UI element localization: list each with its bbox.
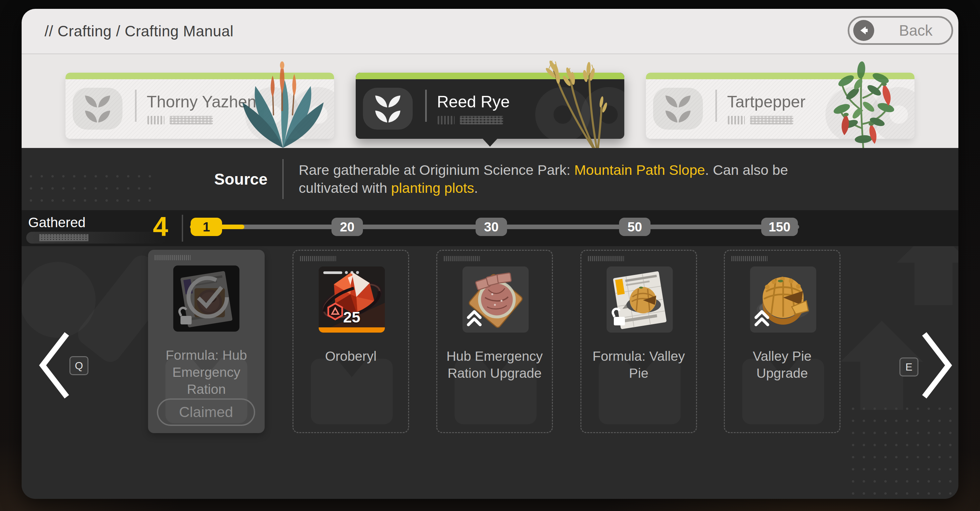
milestone-pill-150: 150 bbox=[761, 218, 798, 236]
crafting-manual-panel: // Crafting / Crafting Manual Back bbox=[22, 9, 958, 499]
pie-item-icon bbox=[750, 267, 816, 333]
key-hint-e: E bbox=[899, 357, 918, 376]
gathered-count: 4 bbox=[145, 211, 176, 243]
tab-code-decoration bbox=[147, 116, 164, 124]
tab-code-decoration bbox=[170, 116, 213, 124]
tab-label: Thorny Yazhen bbox=[147, 92, 256, 111]
tab-tartpepper[interactable]: Tartpepper bbox=[646, 73, 915, 139]
tab-code-decoration bbox=[728, 116, 745, 124]
tab-thorny-yazhen[interactable]: Thorny Yazhen bbox=[65, 73, 334, 139]
upgrade-chevrons-icon bbox=[753, 309, 770, 328]
formula-pie-item-icon bbox=[607, 267, 673, 333]
next-page-arrow-button[interactable] bbox=[920, 330, 955, 401]
reward-name: Oroberyl bbox=[297, 348, 405, 365]
breadcrumb-text: // Crafting / Crafting Manual bbox=[45, 22, 234, 40]
dot-grid-decoration bbox=[25, 170, 154, 210]
source-section: Source Rare gatherable at Originium Scie… bbox=[22, 148, 958, 210]
breadcrumb: // Crafting / Crafting Manual bbox=[40, 22, 234, 40]
tab-label: Reed Rye bbox=[437, 92, 510, 111]
reward-name: Formula: Hub Emergency Ration bbox=[151, 347, 261, 398]
source-text-segment: Rare gatherable at Originium Science Par… bbox=[299, 162, 574, 178]
claimed-button[interactable]: Claimed bbox=[157, 398, 255, 426]
formula-ration-item-icon bbox=[173, 265, 239, 332]
tab-divider bbox=[425, 90, 427, 122]
tab-green-bar bbox=[65, 73, 334, 79]
key-hint-q: Q bbox=[70, 356, 88, 375]
card-code-decoration bbox=[588, 256, 624, 261]
milestone-pill-30: 30 bbox=[476, 218, 507, 236]
reward-name: Formula: Valley Pie bbox=[585, 348, 693, 382]
reward-name: Hub Emergency Ration Upgrade bbox=[441, 348, 549, 382]
reward-name: Valley Pie Upgrade bbox=[728, 348, 836, 382]
card-code-decoration bbox=[154, 255, 191, 260]
count-bar bbox=[319, 327, 385, 333]
reward-count: 25 bbox=[319, 308, 385, 326]
card-code-decoration bbox=[444, 256, 480, 261]
prev-page-arrow-button[interactable] bbox=[37, 330, 71, 401]
back-button[interactable]: Back bbox=[848, 16, 953, 45]
title-bar: // Crafting / Crafting Manual Back bbox=[22, 9, 958, 54]
back-button-label: Back bbox=[899, 22, 932, 39]
milestone-pill-50: 50 bbox=[619, 218, 651, 236]
lock-open-icon bbox=[177, 306, 195, 328]
tab-code-decoration bbox=[460, 116, 503, 124]
tab-green-bar bbox=[646, 73, 915, 79]
lock-open-icon bbox=[610, 307, 628, 328]
card-code-decoration bbox=[300, 256, 336, 261]
watermark-ring bbox=[871, 87, 915, 139]
sprout-icon bbox=[363, 88, 413, 130]
reward-card-valley-pie-upgrade[interactable]: Valley Pie Upgrade bbox=[724, 250, 840, 433]
selected-tab-pointer bbox=[482, 138, 498, 147]
source-divider bbox=[282, 159, 284, 199]
icon-progress-decoration bbox=[323, 271, 359, 274]
reward-card-hub-emergency-ration-upgrade[interactable]: Hub Emergency Ration Upgrade bbox=[436, 250, 553, 433]
ration-item-icon bbox=[463, 267, 529, 333]
location-highlight: Mountain Path Slope bbox=[574, 162, 705, 178]
tab-reed-rye[interactable]: Reed Rye bbox=[356, 73, 624, 139]
gathered-label: Gathered bbox=[28, 215, 86, 230]
arrow-up-decoration bbox=[897, 246, 958, 305]
tab-divider bbox=[715, 90, 717, 122]
source-description: Rare gatherable at Originium Science Par… bbox=[299, 161, 823, 197]
planting-plots-highlight: planting plots bbox=[391, 180, 474, 196]
gathered-progress-bar: Gathered 4 1 20 30 50 150 bbox=[22, 210, 958, 246]
milestone-rewards-strip: Formula: Hub Emergency Ration Claimed bbox=[22, 246, 958, 499]
tab-code-decoration bbox=[438, 116, 455, 124]
source-text-segment: . bbox=[474, 180, 478, 196]
sprout-icon bbox=[73, 88, 123, 130]
gathered-divider bbox=[182, 215, 183, 241]
back-arrow-icon bbox=[853, 20, 874, 41]
source-label: Source bbox=[214, 161, 283, 197]
tab-green-bar bbox=[356, 73, 624, 79]
tab-code-decoration bbox=[750, 116, 793, 124]
sprout-icon bbox=[653, 88, 703, 130]
milestone-pill-1: 1 bbox=[191, 218, 222, 236]
watermark-ring bbox=[291, 87, 334, 139]
reward-card-oroberyl[interactable]: 25 Oroberyl bbox=[293, 250, 409, 433]
card-code-decoration bbox=[732, 256, 767, 261]
crafting-manual-screen: { "window": { "breadcrumb": "// Crafting… bbox=[0, 0, 980, 511]
reward-card-formula-valley-pie[interactable]: Formula: Valley Pie bbox=[581, 250, 697, 433]
dot-grid-decoration bbox=[848, 403, 958, 499]
tab-label: Tartpepper bbox=[727, 92, 805, 111]
reward-card-formula-hub-emergency-ration[interactable]: Formula: Hub Emergency Ration Claimed bbox=[148, 250, 265, 433]
plant-tab-bar: Thorny Yazhen bbox=[22, 54, 958, 148]
upgrade-chevrons-icon bbox=[466, 309, 483, 328]
oroberyl-item-icon: 25 bbox=[319, 267, 385, 333]
watermark-ring bbox=[581, 87, 624, 139]
tab-divider bbox=[135, 90, 137, 122]
plant-detail-section: Source Rare gatherable at Originium Scie… bbox=[22, 148, 958, 499]
card-watermark bbox=[311, 359, 393, 424]
milestone-pill-20: 20 bbox=[331, 218, 363, 236]
